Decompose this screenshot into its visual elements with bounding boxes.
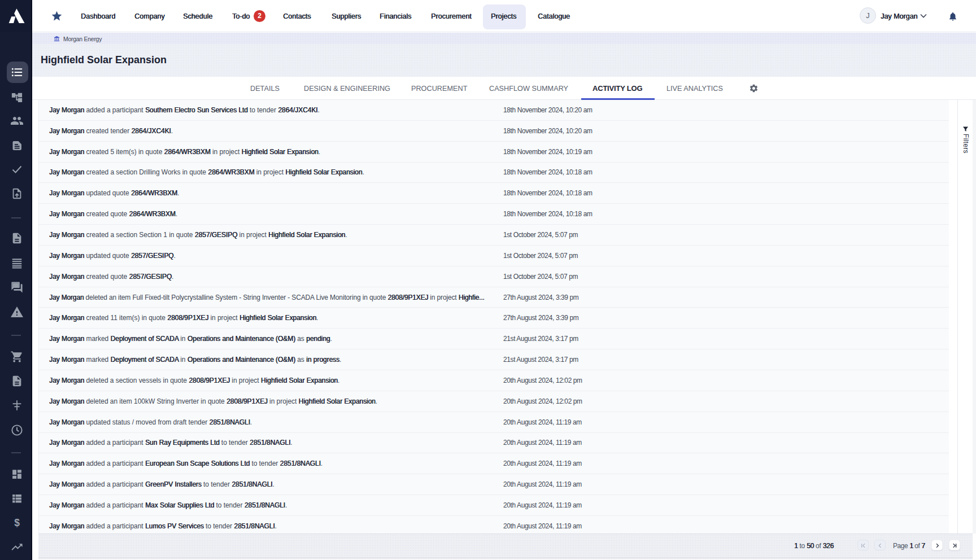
svg-text:$: $ — [14, 517, 20, 528]
